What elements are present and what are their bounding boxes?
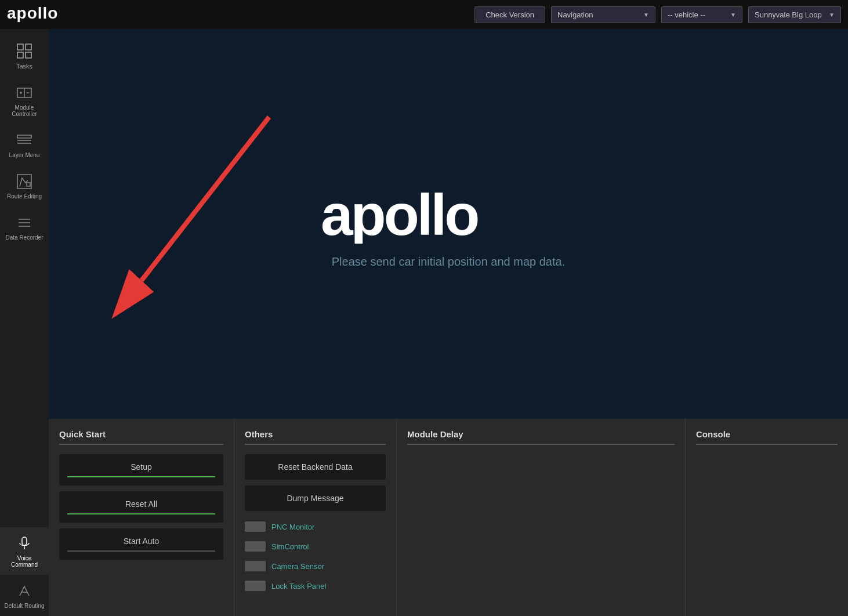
navigation-dropdown-arrow: ▼ bbox=[643, 12, 649, 18]
camera-sensor-toggle-row[interactable]: Camera Sensor bbox=[245, 556, 386, 576]
apollo-logo-large: apollo bbox=[315, 180, 582, 246]
default-routing-label: Default Routing bbox=[5, 603, 45, 609]
map-label: Sunnyvale Big Loop bbox=[755, 10, 822, 19]
sidebar-item-data-recorder[interactable]: Data Recorder bbox=[0, 206, 49, 248]
svg-rect-18 bbox=[22, 537, 27, 545]
start-auto-button[interactable]: Start Auto bbox=[59, 528, 223, 560]
svg-rect-2 bbox=[26, 44, 31, 50]
content-area: apollo Please send car initial position … bbox=[49, 29, 848, 616]
console-title: Console bbox=[696, 429, 838, 445]
svg-rect-3 bbox=[17, 52, 23, 58]
sidebar-bottom: Voice Command Default Routing bbox=[0, 527, 49, 616]
map-subtitle: Please send car initial position and map… bbox=[332, 255, 565, 269]
check-version-button[interactable]: Check Version bbox=[474, 6, 545, 23]
simcontrol-toggle[interactable] bbox=[245, 541, 266, 552]
camera-sensor-toggle[interactable] bbox=[245, 561, 266, 571]
vehicle-label: -- vehicle -- bbox=[668, 10, 705, 19]
svg-text:apollo: apollo bbox=[321, 182, 478, 244]
vehicle-dropdown-arrow: ▼ bbox=[730, 12, 736, 18]
pnc-monitor-toggle-row[interactable]: PNC Monitor bbox=[245, 517, 386, 537]
layer-menu-label: Layer Menu bbox=[9, 152, 40, 158]
module-controller-label: Module Controller bbox=[3, 104, 45, 117]
map-area: apollo Please send car initial position … bbox=[49, 29, 848, 419]
navigation-label: Navigation bbox=[557, 10, 593, 19]
sidebar-item-module-controller[interactable]: Module Controller bbox=[0, 77, 49, 124]
svg-text:apollo: apollo bbox=[7, 4, 58, 22]
sidebar-item-layer-menu[interactable]: Layer Menu bbox=[0, 124, 49, 165]
data-recorder-icon bbox=[15, 213, 34, 232]
map-dropdown[interactable]: Sunnyvale Big Loop ▼ bbox=[748, 6, 841, 23]
sidebar-item-voice-command[interactable]: Voice Command bbox=[0, 527, 49, 575]
bottom-panels: Quick Start Setup Reset All Start Auto O… bbox=[49, 419, 848, 616]
voice-command-label: Voice Command bbox=[3, 555, 45, 568]
quick-start-panel: Quick Start Setup Reset All Start Auto bbox=[49, 419, 234, 616]
tasks-icon bbox=[15, 42, 34, 60]
default-routing-icon bbox=[15, 582, 34, 600]
pnc-monitor-toggle[interactable] bbox=[245, 521, 266, 532]
svg-line-23 bbox=[142, 117, 269, 281]
layer-menu-icon bbox=[15, 131, 34, 150]
console-panel: Console bbox=[686, 419, 848, 616]
camera-sensor-label: Camera Sensor bbox=[271, 562, 324, 571]
sidebar-item-route-editing[interactable]: Route Editing bbox=[0, 165, 49, 206]
route-editing-label: Route Editing bbox=[7, 193, 42, 200]
header: apollo Check Version Navigation ▼ -- veh… bbox=[0, 0, 848, 29]
data-recorder-label: Data Recorder bbox=[5, 234, 43, 241]
others-panel: Others Reset Backend Data Dump Message P… bbox=[234, 419, 397, 616]
simcontrol-toggle-row[interactable]: SimControl bbox=[245, 537, 386, 556]
lock-task-panel-label: Lock Task Panel bbox=[271, 582, 326, 590]
others-title: Others bbox=[245, 429, 386, 445]
logo: apollo bbox=[7, 2, 71, 27]
svg-rect-4 bbox=[26, 52, 31, 58]
svg-rect-10 bbox=[17, 135, 31, 138]
voice-command-icon bbox=[15, 534, 34, 553]
tasks-label: Tasks bbox=[16, 63, 32, 70]
reset-all-button[interactable]: Reset All bbox=[59, 491, 223, 523]
pnc-monitor-label: PNC Monitor bbox=[271, 523, 314, 531]
sidebar-item-default-routing[interactable]: Default Routing bbox=[0, 575, 49, 616]
lock-task-panel-toggle[interactable] bbox=[245, 581, 266, 591]
setup-button[interactable]: Setup bbox=[59, 454, 223, 485]
route-editing-icon bbox=[15, 172, 34, 191]
module-delay-title: Module Delay bbox=[407, 429, 675, 445]
dump-message-button[interactable]: Dump Message bbox=[245, 485, 386, 511]
lock-task-panel-toggle-row[interactable]: Lock Task Panel bbox=[245, 576, 386, 596]
sidebar-item-tasks[interactable]: Tasks bbox=[0, 35, 49, 77]
svg-rect-14 bbox=[27, 183, 30, 186]
svg-rect-1 bbox=[17, 44, 23, 50]
quick-start-title: Quick Start bbox=[59, 429, 223, 445]
map-dropdown-arrow: ▼ bbox=[829, 12, 835, 18]
module-delay-panel: Module Delay bbox=[397, 419, 686, 616]
navigation-dropdown[interactable]: Navigation ▼ bbox=[551, 6, 655, 23]
sidebar: Tasks Module Controller bbox=[0, 29, 49, 616]
main-layout: Tasks Module Controller bbox=[0, 29, 848, 616]
vehicle-dropdown[interactable]: -- vehicle -- ▼ bbox=[661, 6, 742, 23]
module-controller-icon bbox=[15, 84, 34, 102]
simcontrol-label: SimControl bbox=[271, 542, 309, 551]
reset-backend-data-button[interactable]: Reset Backend Data bbox=[245, 454, 386, 480]
